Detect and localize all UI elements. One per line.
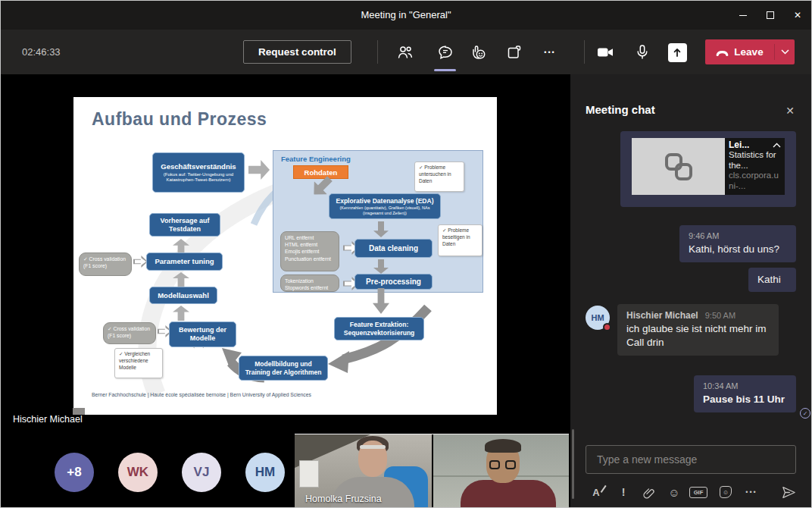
- participant-avatar: VJ: [182, 453, 221, 492]
- chat-message-own: Lei... Statistics for the... cls.corpora…: [620, 131, 796, 207]
- chat-message-input[interactable]: [586, 445, 796, 474]
- leave-button-group: Leave: [705, 39, 795, 64]
- reactions-icon: [470, 43, 488, 61]
- leave-button[interactable]: Leave: [705, 39, 774, 64]
- box-subtitle: (Kennzahlen (quantitativ), Grafiken (vis…: [331, 205, 439, 215]
- presentation-slide: Aufbau und Prozess Geschäftsverständnis …: [73, 97, 497, 415]
- slide-footer: Berner Fachhochschule | Haute école spéc…: [92, 392, 311, 397]
- emoji-button[interactable]: ☺: [665, 483, 683, 501]
- link-preview-thumbnail: [632, 138, 725, 195]
- diagram-box-eda: Explorative Datenanalyse (EDA) (Kennzahl…: [329, 193, 441, 219]
- meeting-timer: 02:46:33: [22, 30, 61, 74]
- diagram-note-cleaning-steps: URL entfernt HTML entfernt Emojis entfer…: [280, 231, 339, 271]
- share-icon: [668, 43, 687, 62]
- breakout-rooms-icon: [505, 43, 523, 61]
- microphone-icon: [633, 43, 651, 61]
- message-text: ich glaube sie ist nicht mehr im Call dr…: [626, 322, 770, 350]
- diagram-box-feature-extraktion: Feature Extraktion: Sequenzvektorisierun…: [334, 317, 424, 340]
- format-button[interactable]: A: [587, 483, 605, 501]
- message-timestamp: 10:34 AM: [703, 381, 787, 390]
- person-hair: [485, 439, 521, 453]
- minimize-button[interactable]: [729, 1, 757, 30]
- maximize-button[interactable]: [757, 1, 784, 30]
- close-icon: ✕: [794, 10, 801, 20]
- send-icon: [782, 486, 796, 499]
- important-icon: !: [622, 486, 626, 498]
- sticker-button[interactable]: ☺: [717, 483, 735, 501]
- send-message-button[interactable]: [779, 483, 798, 501]
- box-title: Explorative Datenanalyse (EDA): [336, 197, 434, 205]
- breakout-rooms-button[interactable]: [504, 42, 524, 62]
- title-bar: Meeting in "General" ✕: [1, 1, 811, 30]
- diagram-note-preprocessing-steps: Tokenization Stopwords entfernt: [280, 274, 339, 292]
- chat-message-other: Hischier Michael 9:50 AM ich glaube sie …: [617, 304, 779, 356]
- box-subtitle: (Fokus auf: Twitter-Umgebung und Katastr…: [155, 172, 242, 183]
- request-control-button[interactable]: Request control: [243, 40, 351, 64]
- message-text: Kathi: [757, 273, 787, 287]
- diagram-box-preprocessing: Pre-processing: [354, 274, 433, 290]
- reactions-button[interactable]: [469, 42, 489, 62]
- headband: [360, 445, 386, 449]
- camera-button[interactable]: [595, 42, 615, 62]
- leave-options-button[interactable]: [775, 39, 795, 64]
- compose-toolbar: A ! ☺ GIF ☺ •••: [570, 483, 812, 503]
- close-icon: ✕: [785, 105, 795, 117]
- share-screen-button[interactable]: [667, 42, 687, 62]
- gif-button[interactable]: GIF: [689, 483, 707, 501]
- people-icon: [396, 43, 414, 61]
- attach-file-button[interactable]: [639, 483, 657, 501]
- message-text: Kathi, hörst du uns?: [689, 243, 787, 256]
- sticker-icon: ☺: [720, 486, 732, 498]
- mark-important-button[interactable]: !: [614, 483, 632, 501]
- chat-message-own: Kathi: [748, 268, 796, 292]
- diagram-box-modellauswahl: Modellauswahl: [149, 287, 217, 304]
- diagram-note-crossvalidation-2: ✓ Cross validation (F1 score): [103, 322, 156, 344]
- video-tile-left: Homolka Fruzsina: [295, 434, 432, 508]
- pen-icon: [601, 484, 607, 492]
- microphone-button[interactable]: [632, 42, 652, 62]
- emoji-icon: ☺: [668, 486, 679, 499]
- video-thumbnails: Homolka Fruzsina: [295, 434, 569, 508]
- link-title: Lei...: [729, 140, 749, 150]
- compose-more-button[interactable]: •••: [742, 483, 760, 501]
- participant-avatar: WK: [118, 453, 158, 492]
- avatar-initials: HM: [591, 313, 604, 322]
- link-preview-card[interactable]: Lei... Statistics for the... cls.corpora…: [632, 138, 785, 195]
- diagram-note-beseitigen: ✓ Probleme beseitigen in Daten: [438, 224, 483, 256]
- participant-avatar: HM: [245, 453, 285, 492]
- chat-close-button[interactable]: ✕: [785, 105, 795, 117]
- paperclip-icon: [642, 486, 655, 499]
- glasses-right-lens: [505, 460, 516, 469]
- chat-icon: [436, 43, 454, 61]
- box-title: Geschäftsverständnis: [161, 162, 236, 171]
- stage-scrollbar-handle[interactable]: [73, 408, 85, 415]
- panel-title: Feature Engineering: [281, 155, 351, 163]
- window-controls: ✕: [729, 1, 811, 30]
- arrow-down-icon: [373, 221, 389, 237]
- link-subtitle: Statistics for the...: [729, 150, 781, 171]
- presenter-name-label: Hischier Michael: [13, 414, 83, 425]
- minimize-icon: [739, 15, 747, 16]
- format-icon: A: [592, 487, 599, 498]
- slide-title: Aufbau und Prozess: [92, 109, 267, 130]
- chevron-up-icon[interactable]: [773, 143, 781, 148]
- chat-button[interactable]: [436, 42, 455, 62]
- toolbar-divider: [377, 40, 378, 64]
- whiteboard: [299, 460, 319, 488]
- chat-message-own: 10:34 AM Pause bis 11 Uhr: [694, 375, 796, 412]
- link-icon: [661, 149, 696, 184]
- leave-label: Leave: [734, 46, 763, 58]
- shared-screen-stage: Aufbau und Prozess Geschäftsverständnis …: [1, 74, 570, 508]
- diagram-note-vergleichen: ✓ Vergleichen verschiedene Modelle: [114, 348, 163, 378]
- message-text: Pause bis 11 Uhr: [703, 393, 787, 406]
- chat-message-own: 9:46 AM Kathi, hörst du uns?: [679, 225, 796, 262]
- window-title: Meeting in "General": [1, 1, 811, 30]
- diagram-box-rohdaten: Rohdaten: [293, 165, 348, 179]
- close-button[interactable]: ✕: [784, 1, 811, 30]
- arrow-up-icon: [173, 306, 189, 321]
- diagram-box-modellbildung: Modellbildung und Training der Algorithm…: [239, 356, 328, 381]
- diagram-box-bewertung: Bewertung der Modelle: [169, 321, 236, 347]
- more-actions-button[interactable]: •••: [540, 42, 560, 62]
- participants-button[interactable]: [395, 42, 415, 62]
- maximize-icon: [767, 11, 774, 19]
